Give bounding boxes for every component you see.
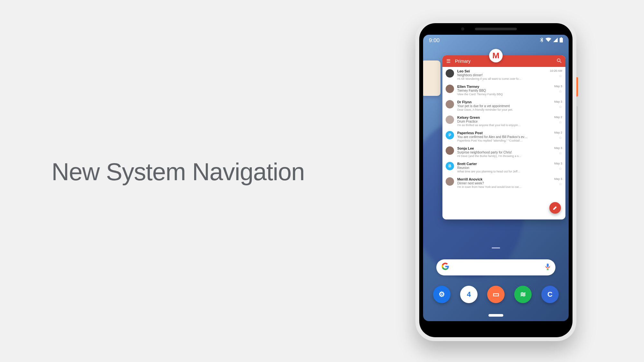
svg-line-3 (560, 61, 561, 63)
mic-icon[interactable] (545, 263, 550, 272)
avatar (446, 69, 454, 78)
google-g-icon (441, 263, 449, 272)
star-icon[interactable]: ☆ (559, 166, 562, 171)
gmail-header: ☰ Primary (442, 55, 565, 67)
phone-screen: 9:00 M (423, 35, 569, 321)
status-time: 9:00 (429, 37, 440, 44)
email-snippet: Hi All! Wondering if you all want to com… (457, 77, 547, 80)
drag-handle-icon[interactable] (492, 247, 500, 248)
email-subject: You are confirmed for Alex and Bill Pavk… (457, 135, 551, 139)
email-snippet: I'm as thrilled as anyone that your kid … (457, 124, 551, 127)
email-sender: Merrill Anovick (457, 177, 551, 181)
email-snippet: I'm in town from New York and would love… (457, 185, 551, 189)
pencil-icon (553, 205, 558, 210)
email-subject: Dinner next week? (457, 181, 551, 185)
star-icon[interactable]: ☆ (559, 105, 562, 109)
svg-rect-4 (547, 264, 549, 267)
recents-app-icon[interactable]: M (489, 49, 503, 62)
email-time: 10:20 AM (550, 69, 562, 72)
email-sender: Kelsey Green (457, 116, 551, 119)
svg-point-2 (557, 59, 560, 62)
status-icons (540, 37, 563, 44)
battery-icon (560, 37, 563, 44)
avatar (446, 85, 454, 93)
compose-button[interactable] (549, 202, 561, 214)
avatar (446, 146, 454, 155)
app-settings[interactable]: ⚙ (433, 286, 450, 303)
cellular-icon (553, 37, 558, 44)
email-subject: Drum Practice (457, 120, 551, 123)
status-bar: 9:00 (423, 35, 569, 46)
email-time: May 3 (554, 146, 562, 150)
phone-camera (461, 27, 464, 31)
email-item[interactable]: Sonja LeeSurprise neighborhood party for… (442, 144, 565, 160)
search-bar[interactable] (436, 259, 555, 275)
svg-rect-0 (560, 38, 563, 42)
phone-speaker (475, 28, 517, 30)
email-sender: Dr Flynn (457, 100, 551, 104)
email-sender: Leo Sei (457, 69, 547, 73)
email-subject: Your pet is due for a vet appointment (457, 104, 551, 108)
star-icon[interactable]: ☆ (559, 89, 562, 94)
avatar (446, 116, 454, 124)
home-pill[interactable] (488, 314, 503, 317)
app-suggestions-row: ⚙4▭≋C (433, 286, 559, 303)
gmail-icon: M (492, 51, 499, 60)
star-icon[interactable]: ☆ (559, 151, 562, 155)
power-button[interactable] (576, 77, 578, 97)
volume-buttons[interactable] (576, 106, 578, 142)
app-app-c[interactable]: C (541, 286, 559, 303)
bluetooth-icon (540, 37, 544, 44)
svg-rect-1 (561, 37, 562, 38)
email-sender: Ellen Tierney (457, 85, 551, 88)
wifi-icon (545, 37, 551, 44)
email-subject: Tierney Family BBQ (457, 89, 551, 92)
email-time: May 2 (554, 116, 562, 119)
email-subject: Neighbors dinner! (457, 73, 547, 77)
email-time: May 2 (554, 131, 562, 134)
email-item[interactable]: Kelsey GreenDrum PracticeI'm as thrilled… (442, 113, 565, 129)
avatar: P (446, 131, 454, 139)
star-icon[interactable]: ☆ (559, 182, 562, 186)
star-icon[interactable]: ☆ (559, 74, 562, 78)
search-icon[interactable] (557, 58, 562, 64)
email-item[interactable]: Ellen TierneyTierney Family BBQView the … (442, 82, 565, 98)
email-time: May 3 (554, 100, 562, 103)
menu-icon[interactable]: ☰ (446, 58, 450, 64)
email-time: May 3 (554, 162, 562, 165)
star-icon[interactable]: ☆ (559, 120, 562, 125)
recents-gmail-card[interactable]: ☰ Primary Leo SeiNeighbors dinner!Hi All… (442, 55, 565, 219)
app-messages[interactable]: ▭ (487, 286, 505, 303)
email-item[interactable]: PPaperless PostYou are confirmed for Ale… (442, 129, 565, 144)
home-bottom-area: ⚙4▭≋C (423, 228, 569, 321)
email-item[interactable]: BBrett CarterReunionWhat time are you pl… (442, 160, 565, 175)
app-spotify[interactable]: ≋ (514, 286, 532, 303)
email-item[interactable]: Leo SeiNeighbors dinner!Hi All! Wonderin… (442, 67, 565, 82)
email-time: May 3 (554, 177, 562, 181)
email-snippet: Dear Dave, A friendly reminder for your … (457, 108, 551, 111)
email-snippet: What time are you planning to head out f… (457, 170, 551, 173)
email-time: May 3 (554, 85, 562, 88)
email-item[interactable]: Merrill AnovickDinner next week?I'm in t… (442, 175, 565, 190)
avatar (446, 177, 454, 186)
recents-previous-card[interactable] (423, 60, 440, 96)
gmail-tab-title: Primary (455, 59, 552, 64)
avatar (446, 100, 454, 108)
phone-device: 9:00 M (415, 19, 576, 341)
email-sender: Sonja Lee (457, 146, 551, 150)
slide-title: New System Navigation (52, 158, 305, 186)
email-snippet: Hi Dave (and the Burke family), I'm thro… (457, 154, 551, 158)
star-icon[interactable]: ☆ (559, 135, 562, 140)
email-subject: Surprise neighborhood party for Chris! (457, 151, 551, 154)
email-subject: Reunion (457, 166, 551, 170)
email-snippet: Paperless Post You replied "attending." … (457, 139, 551, 142)
email-sender: Brett Carter (457, 162, 551, 166)
email-list[interactable]: Leo SeiNeighbors dinner!Hi All! Wonderin… (442, 67, 565, 190)
email-sender: Paperless Post (457, 131, 551, 135)
email-item[interactable]: Dr FlynnYour pet is due for a vet appoin… (442, 98, 565, 113)
app-calendar[interactable]: 4 (460, 286, 478, 303)
avatar: B (446, 162, 454, 170)
email-snippet: View the Card: Tierney Family BBQ (457, 93, 551, 96)
